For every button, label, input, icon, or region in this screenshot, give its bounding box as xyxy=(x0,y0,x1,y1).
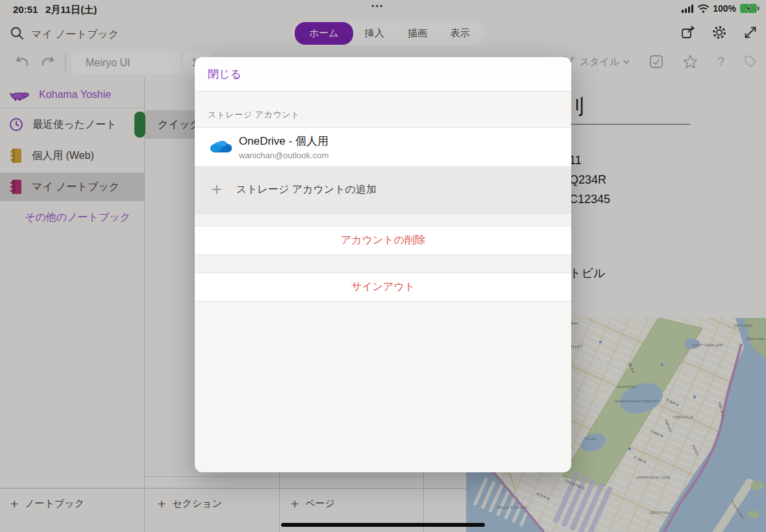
modal-spacer xyxy=(195,213,571,226)
account-settings-modal: 閉じる ストレージ アカウント OneDrive - 個人用 wanichan@… xyxy=(195,57,571,472)
account-email: wanichan@outlook.com xyxy=(239,151,328,160)
add-storage-account-label: ストレージ アカウントの追加 xyxy=(236,183,377,197)
delete-account-button[interactable]: アカウントの削除 xyxy=(195,226,571,255)
add-storage-account-row[interactable]: + ストレージ アカウントの追加 xyxy=(195,167,571,213)
home-indicator[interactable] xyxy=(281,523,485,527)
sign-out-button[interactable]: サインアウト xyxy=(195,273,571,302)
modal-spacer xyxy=(195,255,571,273)
modal-header: 閉じる xyxy=(195,57,571,91)
close-button[interactable]: 閉じる xyxy=(208,67,241,82)
plus-icon: + xyxy=(212,181,222,199)
onedrive-cloud-icon xyxy=(209,139,232,155)
onedrive-account-row[interactable]: OneDrive - 個人用 wanichan@outlook.com xyxy=(195,127,571,167)
account-display-name: OneDrive - 個人用 xyxy=(239,134,328,149)
section-header-label: ストレージ アカウント xyxy=(208,109,300,121)
storage-accounts-section: ストレージ アカウント xyxy=(195,92,571,127)
onenote-ipad-screen: 20:51 2月11日(土) ••• 100% マイ ノートブック ホーム 挿入… xyxy=(0,0,766,532)
